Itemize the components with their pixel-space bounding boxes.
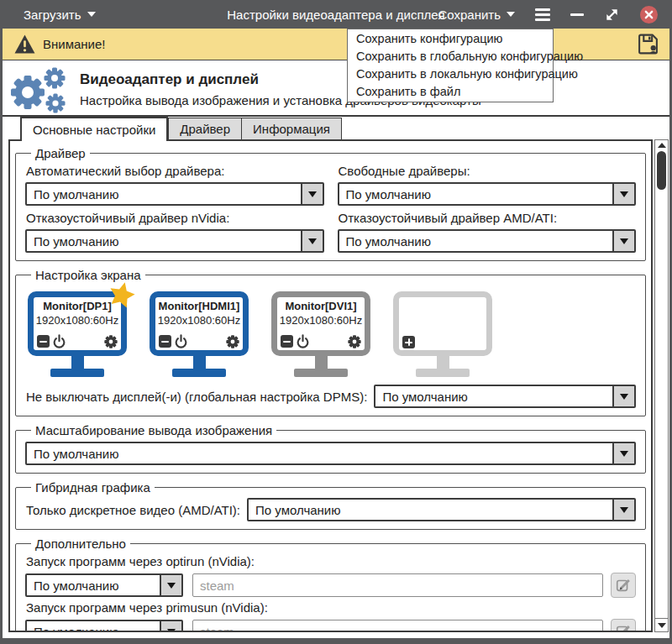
driver-group: Драйвер Автоматический выбор драйвера: П…	[15, 146, 646, 261]
save-menu-button[interactable]: Сохранить	[438, 8, 515, 22]
monitor-settings-button[interactable]	[226, 335, 239, 348]
scaling-group-legend: Масштабирование вывода изображения	[31, 423, 276, 437]
save-menu-label: Сохранить	[438, 8, 501, 22]
dropdown-arrow-icon[interactable]	[160, 575, 181, 595]
gear-icon	[348, 335, 361, 348]
menu-item-save-file[interactable]: Сохранить в файл	[348, 83, 553, 101]
monitor-card-dp1[interactable]: Monitor[DP1] 1920x1080:60Hz	[28, 291, 127, 377]
menu-item-save-config[interactable]: Сохранить конфигурацию	[348, 30, 553, 48]
primusun-command-input[interactable]	[192, 620, 603, 632]
extra-group: Дополнительно Запуск программ через opti…	[15, 537, 646, 632]
dpms-select[interactable]: По умолчанию	[374, 385, 636, 408]
dropdown-arrow-icon[interactable]	[160, 621, 181, 632]
hybrid-group-legend: Гибридная графика	[31, 480, 155, 495]
power-icon[interactable]	[52, 334, 66, 348]
optirun-edit-button[interactable]	[611, 573, 636, 598]
primusun-edit-button[interactable]	[611, 619, 636, 632]
dropdown-arrow-icon[interactable]	[612, 184, 634, 204]
menu-item-save-global[interactable]: Сохранить в глобальную конфигурацию	[348, 48, 553, 65]
power-icon[interactable]	[296, 334, 310, 348]
monitor-disable-button[interactable]	[37, 335, 50, 348]
monitor-settings-button[interactable]	[348, 335, 361, 348]
monitor-row: Monitor[DP1] 1920x1080:60Hz	[28, 291, 636, 377]
edit-pencil-icon	[615, 623, 632, 632]
optirun-select[interactable]: По умолчанию	[25, 573, 183, 597]
monitor-card-hdmi1[interactable]: Monitor[HDMI1] 1920x1080:60Hz	[150, 291, 249, 377]
monitor-card-empty[interactable]	[393, 291, 492, 377]
primusun-label: Запуск программ через primusun (nVidia):	[26, 600, 636, 615]
free-drivers-label: Свободные драйверы:	[339, 164, 637, 178]
chevron-down-icon	[507, 12, 515, 17]
menu-item-save-local[interactable]: Сохранить в локальную конфигурацию	[348, 65, 553, 83]
dropdown-arrow-icon[interactable]	[612, 443, 634, 463]
monitor-add-button[interactable]	[402, 336, 415, 348]
driver-group-legend: Драйвер	[31, 146, 90, 160]
failsafe-nvidia-label: Отказоустойчивый драйвер nVidia:	[26, 211, 324, 225]
scroll-down-icon[interactable]	[655, 618, 668, 631]
app-window: Загрузить Настройки видеоадаптера и дисп…	[3, 0, 669, 638]
scrollbar-thumb[interactable]	[657, 151, 666, 190]
failsafe-nvidia-select[interactable]: По умолчанию	[25, 229, 324, 253]
gear-icon	[104, 335, 118, 348]
tab-bar: Основные настройки Драйвер Информация	[20, 117, 342, 139]
page-title: Видеоадаптер и дисплей	[80, 71, 259, 88]
scaling-group: Масштабирование вывода изображения По ум…	[15, 423, 646, 474]
tab-driver[interactable]: Драйвер	[168, 118, 242, 139]
free-drivers-select[interactable]: По умолчанию	[338, 182, 637, 206]
resize-icon[interactable]	[604, 7, 620, 23]
discrete-video-label: Только дискретное видео (AMD/ATI):	[26, 503, 240, 517]
auto-driver-label: Автоматический выбор драйвера:	[26, 164, 324, 178]
dpms-label: Не выключать дисплей(-и) (глобальная нас…	[26, 390, 367, 404]
title-bar: Загрузить Настройки видеоадаптера и дисп…	[3, 0, 669, 29]
scaling-select[interactable]: По умолчанию	[25, 442, 636, 465]
save-config-icon-button[interactable]	[637, 33, 659, 55]
edit-pencil-icon	[615, 577, 632, 594]
scroll-up-icon[interactable]	[655, 143, 668, 148]
screen-group: Настройка экрана Monitor[DP1] 1920x1080:…	[15, 268, 646, 416]
close-icon	[644, 10, 654, 19]
discrete-video-select[interactable]: По умолчанию	[247, 498, 636, 521]
tab-main-settings[interactable]: Основные настройки	[20, 117, 168, 141]
dropdown-arrow-icon[interactable]	[612, 386, 634, 406]
extra-group-legend: Дополнительно	[31, 537, 130, 551]
settings-panel: Драйвер Автоматический выбор драйвера: П…	[8, 139, 653, 632]
optirun-label: Запуск программ через optirun (nVidia):	[26, 554, 636, 568]
close-button[interactable]	[640, 6, 658, 24]
load-menu-label: Загрузить	[24, 8, 81, 22]
dropdown-arrow-icon[interactable]	[612, 500, 634, 520]
monitor-settings-button[interactable]	[104, 335, 118, 348]
dropdown-arrow-icon[interactable]	[612, 231, 634, 251]
gears-icon	[8, 67, 71, 114]
minimize-button[interactable]	[570, 13, 584, 16]
monitor-card-dvi1[interactable]: Monitor[DVI1] 1920x1080:60Hz	[271, 291, 370, 377]
gear-icon	[226, 335, 239, 348]
monitor-screen: Monitor[HDMI1] 1920x1080:60Hz	[150, 291, 249, 356]
monitor-disable-button[interactable]	[159, 335, 171, 348]
dropdown-arrow-icon[interactable]	[301, 184, 323, 204]
monitor-screen	[393, 291, 492, 356]
vertical-scrollbar[interactable]	[654, 139, 669, 632]
primusun-select[interactable]: По умолчанию	[25, 620, 183, 632]
failsafe-amd-select[interactable]: По умолчанию	[338, 229, 637, 253]
chevron-down-icon	[87, 12, 96, 17]
warning-icon	[14, 34, 35, 54]
hybrid-group: Гибридная графика Только дискретное виде…	[15, 480, 646, 530]
tab-info[interactable]: Информация	[242, 118, 342, 139]
load-menu-button[interactable]: Загрузить	[24, 8, 96, 22]
save-dropdown-menu: Сохранить конфигурацию Сохранить в глоба…	[347, 29, 554, 102]
monitor-disable-button[interactable]	[281, 335, 293, 348]
power-icon[interactable]	[174, 334, 188, 348]
auto-driver-select[interactable]: По умолчанию	[25, 182, 324, 206]
warning-text: Внимание!	[43, 37, 106, 51]
floppy-save-icon	[637, 33, 659, 55]
dropdown-arrow-icon[interactable]	[301, 231, 323, 251]
optirun-command-input[interactable]	[192, 573, 603, 597]
menu-icon[interactable]	[535, 8, 550, 21]
monitor-screen: Monitor[DVI1] 1920x1080:60Hz	[271, 291, 370, 356]
failsafe-amd-label: Отказоустойчивый драйвер AMD/ATI:	[339, 211, 637, 225]
